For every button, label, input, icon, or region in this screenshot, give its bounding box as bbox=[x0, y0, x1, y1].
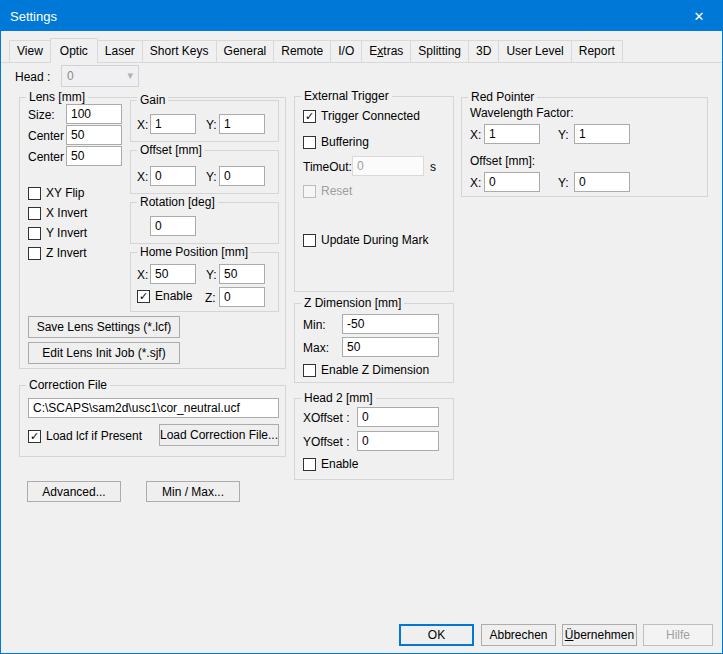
tab-report[interactable]: Report bbox=[571, 40, 623, 62]
tab-general[interactable]: General bbox=[216, 40, 275, 62]
offset-x-input[interactable] bbox=[150, 166, 196, 186]
advanced-button[interactable]: Advanced... bbox=[27, 481, 121, 502]
checkmark-icon: ✓ bbox=[28, 430, 41, 443]
gain-group: Gain X: Y: bbox=[130, 100, 279, 142]
tab-user-level[interactable]: User Level bbox=[498, 40, 571, 62]
head2-enable-checkbox[interactable]: Enable bbox=[303, 457, 358, 471]
rotation-group-title: Rotation [deg] bbox=[137, 195, 218, 209]
checkbox-label: Trigger Connected bbox=[321, 109, 420, 123]
tab-extras[interactable]: Extras bbox=[361, 40, 411, 62]
settings-dialog: Settings ✕ View Optic Laser Short Keys G… bbox=[0, 0, 723, 654]
xy-flip-checkbox[interactable]: XY Flip bbox=[28, 186, 84, 200]
wavelength-x-input[interactable] bbox=[484, 124, 540, 144]
checkbox-label: Enable bbox=[155, 289, 192, 303]
timeout-unit-label: s bbox=[430, 160, 436, 174]
trigger-connected-checkbox[interactable]: ✓ Trigger Connected bbox=[303, 109, 420, 123]
gain-group-title: Gain bbox=[137, 93, 168, 107]
checkbox-label: XY Flip bbox=[46, 186, 84, 200]
checkbox-label: Buffering bbox=[321, 135, 369, 149]
head-select[interactable]: 0 ▾ bbox=[61, 65, 139, 87]
tab-laser[interactable]: Laser bbox=[97, 40, 143, 62]
apply-button[interactable]: Übernehmen bbox=[562, 624, 637, 646]
x-invert-checkbox[interactable]: X Invert bbox=[28, 206, 87, 220]
gain-y-input[interactable] bbox=[219, 114, 265, 134]
wavelength-y-label: Y: bbox=[558, 128, 569, 142]
home-y-input[interactable] bbox=[219, 264, 265, 284]
tab-splitting[interactable]: Splitting bbox=[410, 40, 469, 62]
red-pointer-offset-y-input[interactable] bbox=[574, 172, 630, 192]
z-invert-checkbox[interactable]: Z Invert bbox=[28, 246, 87, 260]
checkbox-box bbox=[28, 207, 41, 220]
lens-center-y-input[interactable] bbox=[66, 146, 122, 166]
head2-group: Head 2 [mm] XOffset : YOffset : Enable bbox=[294, 398, 454, 480]
offset-x-label: X: bbox=[137, 170, 148, 184]
external-trigger-group: External Trigger ✓ Trigger Connected Buf… bbox=[294, 96, 454, 292]
tab-optic[interactable]: Optic bbox=[50, 38, 98, 63]
lens-offset-group: Offset [mm] X: Y: bbox=[130, 150, 279, 194]
head2-xoffset-input[interactable] bbox=[357, 407, 439, 427]
tab-remote[interactable]: Remote bbox=[273, 40, 331, 62]
checkbox-box bbox=[28, 247, 41, 260]
checkbox-label: Reset bbox=[321, 184, 352, 198]
red-pointer-offset-x-label: X: bbox=[470, 176, 481, 190]
head2-yoffset-label: YOffset : bbox=[303, 435, 349, 449]
gain-x-input[interactable] bbox=[150, 114, 196, 134]
min-max-button[interactable]: Min / Max... bbox=[146, 481, 240, 502]
red-pointer-offset-x-input[interactable] bbox=[484, 172, 540, 192]
tab-strip: View Optic Laser Short Keys General Remo… bbox=[1, 38, 722, 63]
home-x-input[interactable] bbox=[150, 264, 196, 284]
offset-y-label: Y: bbox=[206, 170, 217, 184]
head2-yoffset-input[interactable] bbox=[357, 431, 439, 451]
lens-size-input[interactable] bbox=[66, 104, 122, 124]
load-correction-file-button[interactable]: Load Correction File... bbox=[159, 424, 279, 446]
red-pointer-offset-y-label: Y: bbox=[558, 176, 569, 190]
tab-io[interactable]: I/O bbox=[330, 40, 362, 62]
ok-button[interactable]: OK bbox=[399, 624, 474, 646]
z-min-input[interactable] bbox=[342, 314, 439, 334]
z-max-input[interactable] bbox=[342, 337, 439, 357]
correction-file-path-input[interactable] bbox=[28, 398, 279, 418]
home-z-input[interactable] bbox=[219, 287, 265, 307]
checkbox-label: Y Invert bbox=[46, 226, 87, 240]
title-bar: Settings ✕ bbox=[1, 1, 722, 31]
checkmark-icon: ✓ bbox=[137, 290, 150, 303]
help-button[interactable]: Hilfe bbox=[643, 624, 713, 646]
chevron-down-icon: ▾ bbox=[127, 69, 133, 82]
checkbox-box bbox=[303, 234, 316, 247]
home-position-group-title: Home Position [mm] bbox=[137, 245, 251, 259]
red-pointer-group: Red Pointer Wavelength Factor: X: Y: Off… bbox=[461, 97, 708, 197]
tab-short-keys[interactable]: Short Keys bbox=[142, 40, 217, 62]
reset-checkbox[interactable]: Reset bbox=[303, 184, 352, 198]
enable-z-dimension-checkbox[interactable]: Enable Z Dimension bbox=[303, 363, 429, 377]
z-min-label: Min: bbox=[303, 318, 326, 332]
cancel-button[interactable]: Abbrechen bbox=[481, 624, 556, 646]
rotation-input[interactable] bbox=[150, 216, 196, 236]
checkbox-label: Load lcf if Present bbox=[46, 429, 142, 443]
timeout-input[interactable] bbox=[352, 156, 424, 176]
home-enable-checkbox[interactable]: ✓ Enable bbox=[137, 289, 192, 303]
correction-file-group-title: Correction File bbox=[26, 378, 110, 392]
y-invert-checkbox[interactable]: Y Invert bbox=[28, 226, 87, 240]
checkbox-label: Update During Mark bbox=[321, 233, 428, 247]
update-during-mark-checkbox[interactable]: Update During Mark bbox=[303, 233, 428, 247]
buffering-checkbox[interactable]: Buffering bbox=[303, 135, 369, 149]
wavelength-x-label: X: bbox=[470, 128, 481, 142]
head-select-value: 0 bbox=[67, 69, 74, 83]
z-max-label: Max: bbox=[303, 341, 329, 355]
checkbox-box bbox=[303, 185, 316, 198]
head-label: Head : bbox=[15, 70, 50, 84]
lens-center-x-label: Center bbox=[28, 129, 64, 143]
edit-lens-init-job-button[interactable]: Edit Lens Init Job (*.sjf) bbox=[28, 342, 180, 364]
close-icon[interactable]: ✕ bbox=[676, 1, 722, 31]
tab-view[interactable]: View bbox=[9, 40, 51, 62]
external-trigger-group-title: External Trigger bbox=[301, 89, 392, 103]
checkbox-label: X Invert bbox=[46, 206, 87, 220]
lens-center-y-label: Center bbox=[28, 150, 64, 164]
load-lcf-checkbox[interactable]: ✓ Load lcf if Present bbox=[28, 429, 142, 443]
save-lens-settings-button[interactable]: Save Lens Settings (*.lcf) bbox=[28, 316, 180, 338]
tab-3d[interactable]: 3D bbox=[468, 40, 499, 62]
offset-y-input[interactable] bbox=[219, 166, 265, 186]
wavelength-y-input[interactable] bbox=[574, 124, 630, 144]
lens-center-x-input[interactable] bbox=[66, 125, 122, 145]
checkbox-label: Z Invert bbox=[46, 246, 87, 260]
